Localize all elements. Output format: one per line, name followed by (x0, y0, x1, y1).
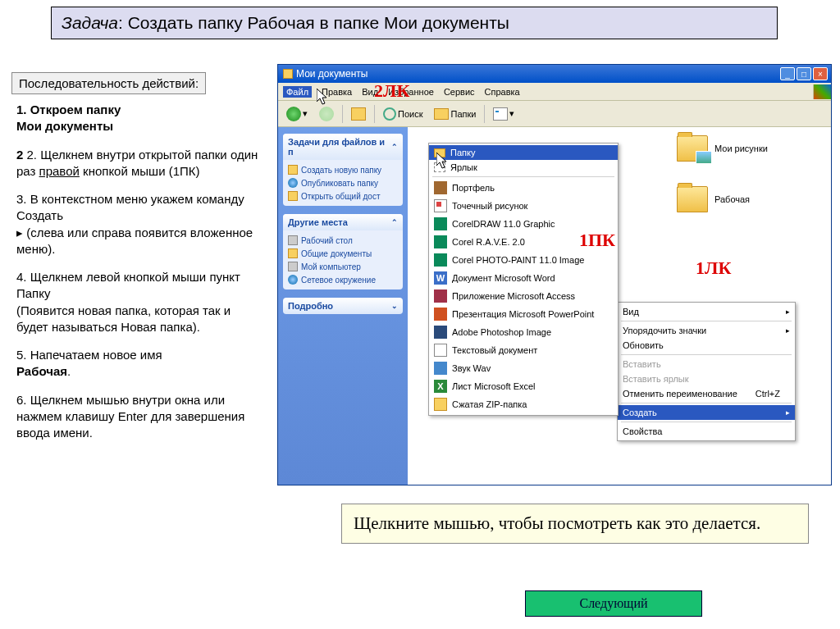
folder-rabochaya[interactable]: Рабочая (677, 186, 750, 212)
minimize-button[interactable]: _ (780, 67, 795, 80)
context-menu-item[interactable]: Отменить переименованиеCtrl+Z (618, 386, 795, 401)
context-menu-item[interactable]: Вид▸ (618, 304, 795, 319)
step-1: 1. Откроем папку Мои документы (16, 102, 266, 135)
step-5: 5. Напечатаем новое имя Рабочая. (16, 347, 266, 381)
file-type-icon (434, 199, 447, 212)
task-prefix: Задача (62, 13, 118, 33)
context-menu-item[interactable]: Упорядочить значки▸ (618, 323, 795, 338)
task-share[interactable]: Открыть общий дост (288, 189, 398, 203)
folder-icon (283, 69, 293, 79)
file-type-icon (434, 326, 447, 339)
context-menu-item[interactable]: Свойства (618, 424, 795, 439)
submenu-item[interactable]: Adobe Photoshop Image (429, 323, 618, 341)
file-type-icon (434, 308, 447, 321)
submenu-item[interactable]: XЛист Microsoft Excel (429, 377, 618, 395)
annotation-1pk: 1ПК (579, 230, 615, 251)
submenu-item[interactable]: Презентация Microsoft PowerPoint (429, 305, 618, 323)
sequence-label: Последовательность действий: (11, 72, 206, 94)
instruction-box: Щелкните мышью, чтобы посмотреть как это… (341, 504, 809, 544)
file-type-icon (434, 362, 447, 375)
toolbar: ▾ Поиск Папки ▾ (278, 101, 831, 127)
menu-help[interactable]: Справка (485, 87, 520, 97)
tasks-heading: Задачи для файлов и п (288, 137, 391, 157)
details-heading: Подробно (288, 301, 333, 311)
menu-file[interactable]: Файл (283, 86, 312, 98)
submenu-item[interactable]: Текстовый документ (429, 341, 618, 359)
step-4: 4. Щелкнем левой кнопкой мыши пункт Папк… (16, 269, 266, 335)
submenu-item[interactable]: Точечный рисунок (429, 197, 618, 215)
places-heading: Другие места (288, 217, 348, 227)
step-list: 1. Откроем папку Мои документы 2 2. Щелк… (16, 102, 266, 453)
step-3: 3. В контекстном меню укажем команду Соз… (16, 191, 266, 258)
views-icon (493, 107, 508, 121)
window-title: Мои документы (296, 68, 368, 80)
task-publish[interactable]: Опубликовать папку (288, 176, 398, 189)
search-icon (383, 107, 396, 121)
folder-icon (677, 186, 708, 212)
close-button[interactable]: × (813, 67, 828, 80)
place-network[interactable]: Сетевое окружение (288, 273, 398, 286)
menu-service[interactable]: Сервис (444, 87, 475, 97)
tasks-box: Задачи для файлов и п⌃ Создать новую пап… (283, 134, 403, 206)
next-button[interactable]: Следующий (525, 590, 702, 617)
file-type-icon (434, 253, 447, 267)
nav-back-button[interactable]: ▾ (283, 105, 311, 123)
step-2: 2 2. Щелкнем внутри открытой папки один … (16, 147, 266, 180)
task-banner: Задача : Создать папку Рабочая в папке М… (51, 7, 778, 39)
task-text: : Создать папку Рабочая в папке Мои доку… (118, 13, 509, 33)
submenu-item[interactable]: WДокумент Microsoft Word (429, 269, 618, 287)
folders-icon (434, 108, 449, 120)
file-type-icon (434, 398, 447, 411)
context-menu-item[interactable]: Обновить (618, 338, 795, 353)
xp-flag-icon (813, 84, 831, 99)
up-button[interactable] (348, 106, 369, 122)
side-panel: Задачи для файлов и п⌃ Создать новую пап… (278, 127, 408, 485)
context-menu-item[interactable]: Создать▸ (618, 405, 795, 420)
file-type-icon (434, 148, 445, 157)
create-submenu: ПапкуЯрлыкПортфельТочечный рисунокCorelD… (428, 143, 619, 416)
file-type-icon: X (434, 380, 447, 393)
folders-button[interactable]: Папки (431, 107, 479, 121)
context-menu: Вид▸Упорядочить значки▸ОбновитьВставитьВ… (617, 302, 796, 441)
annotation-2lk: 2ЛК (374, 80, 409, 102)
annotation-1lk: 1ЛК (696, 258, 731, 279)
titlebar[interactable]: Мои документы _ □ × (278, 65, 831, 83)
file-type-icon (434, 162, 445, 172)
submenu-item[interactable]: Папку (429, 145, 618, 160)
nav-forward-button[interactable] (316, 105, 337, 123)
file-type-icon: W (434, 271, 447, 285)
submenu-item[interactable]: Приложение Microsoft Access (429, 287, 618, 305)
submenu-item[interactable]: Corel PHOTO-PAINT 11.0 Image (429, 251, 618, 269)
place-shared[interactable]: Общие документы (288, 247, 398, 260)
maximize-button[interactable]: □ (797, 67, 811, 80)
folder-my-pictures[interactable]: Мои рисунки (677, 135, 768, 162)
file-type-icon (434, 344, 447, 357)
step-6: 6. Щелкнем мышью внутри окна или нажмем … (16, 392, 266, 442)
context-menu-item: Вставить ярлык (618, 371, 795, 386)
places-box: Другие места⌃ Рабочий стол Общие докумен… (283, 214, 403, 289)
menu-edit[interactable]: Правка (322, 87, 352, 97)
submenu-item[interactable]: Сжатая ZIP-папка (429, 395, 618, 413)
context-menu-item: Вставить (618, 357, 795, 371)
file-type-icon (434, 217, 447, 230)
submenu-item[interactable]: Портфель (429, 179, 618, 197)
folder-icon (677, 135, 708, 162)
place-desktop[interactable]: Рабочий стол (288, 234, 398, 247)
file-type-icon (434, 181, 447, 194)
details-box: Подробно⌄ (283, 298, 403, 314)
file-type-icon (434, 235, 447, 248)
views-button[interactable]: ▾ (490, 106, 518, 122)
search-button[interactable]: Поиск (380, 106, 426, 122)
menubar: Файл Правка Вид Избранное Сервис Справка (278, 83, 831, 101)
task-new-folder[interactable]: Создать новую папку (288, 163, 398, 176)
submenu-item[interactable]: Ярлык (429, 160, 618, 175)
place-computer[interactable]: Мой компьютер (288, 260, 398, 273)
file-type-icon (434, 289, 447, 303)
submenu-item[interactable]: Звук Wav (429, 359, 618, 377)
